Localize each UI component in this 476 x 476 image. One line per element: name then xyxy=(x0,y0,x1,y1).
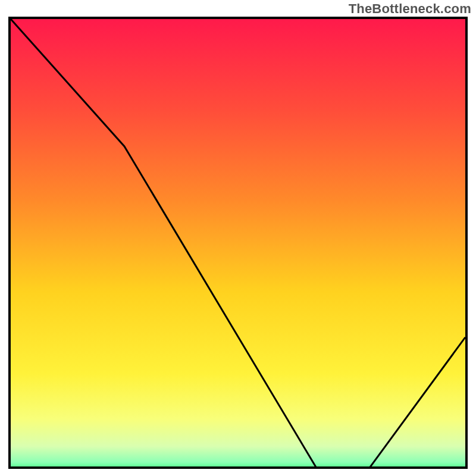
svg-rect-1 xyxy=(336,467,367,469)
watermark-text: TheBottleneck.com xyxy=(349,1,471,17)
optimal-marker xyxy=(11,19,465,469)
plot-frame xyxy=(8,17,468,469)
chart-container: TheBottleneck.com xyxy=(0,0,476,476)
